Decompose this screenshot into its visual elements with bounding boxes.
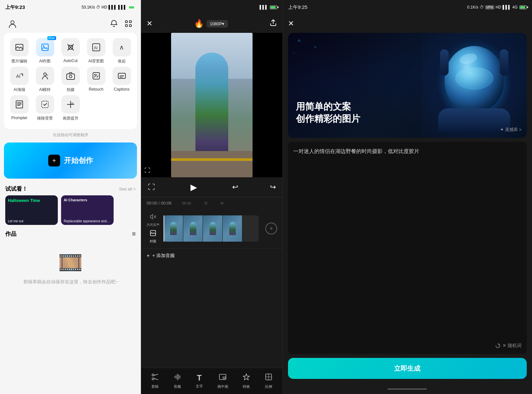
enhance-icon-box: AI: [61, 95, 80, 114]
audio-icon: [173, 373, 181, 383]
tool-enhance[interactable]: AI 画质提升: [58, 95, 83, 121]
ai-battery: [520, 6, 527, 9]
home-status-icons: 53.1K/s ⏱ HD ▌▌▌ ▌▌▌: [81, 5, 136, 10]
close-editor-icon[interactable]: ✕: [146, 19, 152, 28]
header-right-icons: [108, 18, 134, 30]
tool-ai-art[interactable]: Free AI作图: [33, 38, 57, 64]
video-track[interactable]: [164, 215, 258, 242]
clip-frame-4: [223, 215, 242, 242]
vpn-badge: VPN: [485, 5, 495, 10]
ai-model-icon-box: AI: [36, 67, 54, 85]
try-section-header: 试试看！ See all >: [0, 181, 141, 195]
create-button[interactable]: + 开始创作: [4, 142, 137, 179]
editor-content-area: [141, 263, 282, 368]
nav-effects[interactable]: 特效: [242, 373, 250, 389]
nav-effects-label: 特效: [243, 384, 250, 389]
add-audio-icon: +: [146, 253, 149, 259]
svg-rect-14: [67, 74, 75, 79]
close-ai-icon[interactable]: ✕: [288, 19, 294, 28]
works-section: 作品 ≡ 🎞️ 剪辑草稿会自动保存在这里，快去创作作品吧~: [0, 225, 141, 292]
tool-retouch[interactable]: Retouch: [84, 67, 109, 93]
add-clip-button[interactable]: +: [265, 223, 277, 234]
nav-cut[interactable]: 剪辑: [151, 373, 159, 389]
undo-icon[interactable]: ↩: [232, 183, 238, 191]
svg-rect-1: [125, 21, 127, 23]
nav-audio-label: 音频: [174, 384, 181, 389]
ai-input-text[interactable]: 一对迷人的情侣在湖边野餐的时尚摄影，低对比度胶片: [293, 147, 521, 339]
svg-rect-20: [42, 101, 48, 108]
nav-text[interactable]: T 文字: [196, 373, 203, 389]
bell-icon[interactable]: [108, 18, 120, 30]
nav-ratio[interactable]: 比例: [265, 373, 273, 389]
ai-hd-icon: HD: [496, 5, 501, 10]
tool-image-edit[interactable]: 图片编辑: [7, 38, 32, 64]
export-icon[interactable]: [269, 19, 277, 29]
tool-remove-bg[interactable]: 移除背景: [33, 95, 57, 121]
ai-header: ✕: [283, 14, 532, 33]
editor-header-center: 🔥 1080P▾: [194, 19, 228, 28]
play-button[interactable]: ▶: [187, 181, 200, 194]
clock-icon: ⏱: [96, 5, 100, 10]
ground: [171, 151, 253, 177]
tool-captions[interactable]: Captions: [109, 67, 134, 93]
tool-label: AI模特: [39, 87, 51, 93]
clip-person-4: [229, 222, 236, 235]
cover-btn[interactable]: 封面: [146, 230, 160, 244]
svg-point-17: [94, 74, 96, 75]
retouch-icon-box: [87, 67, 105, 85]
resolution-selector[interactable]: 1080P▾: [207, 20, 228, 28]
tools-grid: 图片编辑 Free AI作图: [4, 33, 137, 129]
tool-prompter[interactable]: Prompter: [7, 95, 32, 121]
tool-autocut[interactable]: AutoCut: [58, 38, 83, 64]
playhead: [164, 215, 164, 242]
battery-icon: [128, 6, 136, 9]
ai-input-area[interactable]: 一对迷人的情侣在湖边野餐的时尚摄影，低对比度胶片 ✕ 随机词: [288, 142, 527, 354]
see-all-link[interactable]: See all >: [119, 186, 136, 191]
expand-ctrl-icon[interactable]: ⛶: [148, 183, 155, 191]
redo-icon[interactable]: ↪: [270, 183, 276, 191]
svg-rect-26: [223, 377, 225, 379]
tool-ai-bg[interactable]: AI AI背景图: [84, 38, 109, 64]
tool-collapse[interactable]: ∧ 收起: [109, 38, 134, 64]
video-thumbnail: [171, 33, 253, 177]
track-controls: 关闭原声 封面: [146, 213, 160, 244]
ratio-icon: [265, 373, 273, 383]
expand-icon[interactable]: ⛶: [144, 167, 150, 174]
panel-home: 上午9:23 53.1K/s ⏱ HD ▌▌▌ ▌▌▌: [0, 0, 141, 394]
text-icon: T: [197, 373, 202, 383]
home-indicator: [388, 388, 427, 390]
plus-icon: +: [48, 155, 60, 166]
ai-banner-title-line2: 创作精彩的图片: [296, 113, 360, 125]
profile-icon[interactable]: [7, 18, 18, 30]
clip-person-1: [170, 222, 177, 235]
tool-camera[interactable]: 拍摄: [58, 67, 83, 93]
nav-audio[interactable]: 音频: [173, 373, 181, 389]
mute-btn[interactable]: 关闭原声: [146, 213, 160, 227]
random-button[interactable]: ✕ 随机词: [495, 343, 521, 349]
preview-card-1[interactable]: Halloween Time Let me out: [5, 195, 58, 225]
tools-row-1: 图片编辑 Free AI作图: [7, 38, 134, 64]
yellow-line: [171, 158, 253, 161]
list-icon[interactable]: ≡: [132, 230, 136, 238]
add-audio-bar[interactable]: + + 添加音频: [141, 248, 282, 263]
tool-ai-poster[interactable]: AI AI海报: [7, 67, 32, 93]
ai-banner: 用简单的文案 创作精彩的图片 ✦ 灵感库 >: [288, 33, 527, 138]
svg-point-24: [152, 378, 154, 380]
ai-clock-icon: ⏱: [480, 5, 484, 10]
ai-banner-title-line1: 用简单的文案: [296, 101, 360, 113]
ai-signal-4g: 4G: [512, 5, 518, 10]
generate-button[interactable]: 立即生成: [288, 358, 527, 379]
scan-icon[interactable]: [122, 18, 134, 30]
camera-icon-box: [61, 67, 80, 85]
add-audio-label: + 添加音频: [152, 253, 175, 259]
svg-text:AI: AI: [71, 102, 74, 105]
visor: [455, 67, 493, 89]
preview-card-2[interactable]: AI Characters Replaceable appearance and…: [61, 195, 114, 225]
mark-0: 00:00: [182, 201, 191, 205]
inspiration-link[interactable]: ✦ 灵感库 >: [500, 127, 521, 133]
tool-ai-model[interactable]: AI AI模特: [33, 67, 57, 93]
clip-person-2: [190, 222, 196, 235]
nav-pip[interactable]: 画中画: [217, 373, 228, 389]
create-btn-label: 开始创作: [64, 156, 93, 165]
clip-area-container: [164, 215, 258, 242]
